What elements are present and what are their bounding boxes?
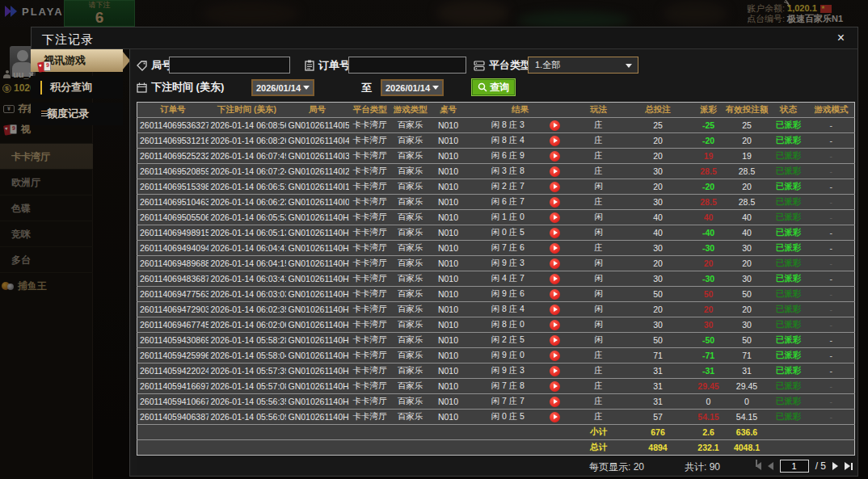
replay-play-icon[interactable] — [550, 351, 560, 361]
cell-time: 2026-01-14 05:58:28 — [209, 333, 286, 348]
cell-platform: 卡卡湾厅 — [349, 149, 391, 164]
replay-play-icon[interactable] — [550, 197, 560, 208]
result-text: 闲 0 庄 5 — [491, 227, 525, 238]
cell-result: 闲 7 庄 8 — [467, 379, 574, 394]
cell-platform: 卡卡湾厅 — [349, 379, 391, 394]
cell-round: GN010261140HM — [286, 333, 349, 348]
cell-result: 闲 0 庄 5 — [467, 410, 574, 425]
replay-play-icon[interactable] — [550, 228, 560, 238]
replay-play-icon[interactable] — [550, 151, 560, 162]
cell-platform: 卡卡湾厅 — [349, 287, 391, 302]
table-row: 2601140694940942026-01-14 06:04:41GN0102… — [137, 241, 855, 256]
cell-bet: 40 — [624, 210, 693, 225]
last-page-button[interactable] — [845, 462, 853, 470]
replay-play-icon[interactable] — [550, 258, 560, 269]
cell-result: 闲 8 庄 0 — [467, 317, 574, 333]
cell-platform: 卡卡湾厅 — [349, 333, 391, 348]
cell-mode: - — [808, 241, 855, 256]
cell-time: 2026-01-14 06:08:56 — [209, 118, 286, 133]
result-text: 闲 2 庄 7 — [491, 181, 525, 192]
cell-result: 闲 1 庄 0 — [467, 210, 574, 225]
cell-mode: - — [808, 225, 855, 241]
cell-status: 已派彩 — [769, 302, 808, 317]
cell-time: 2026-01-14 06:05:13 — [209, 225, 286, 241]
bet-records-modal: 下注记录 × 视讯游戏积分查询额度记录 局号 订单号 平台类型 1.全部 — [31, 27, 858, 477]
cell-order: 260114069498915 — [137, 225, 209, 241]
result-text: 闲 7 庄 8 — [491, 380, 525, 392]
close-icon[interactable]: × — [837, 32, 845, 44]
menu-item-1[interactable]: 积分查询 — [31, 76, 123, 99]
bet-time-label: 下注时间 (美东) — [151, 80, 224, 95]
replay-play-icon[interactable] — [550, 212, 560, 223]
replay-play-icon[interactable] — [550, 289, 560, 300]
cell-table: N010 — [430, 210, 467, 225]
cell-play: 庄 — [574, 379, 624, 394]
replay-play-icon[interactable] — [550, 274, 560, 284]
chevron-down-icon — [432, 86, 439, 90]
menu-item-0[interactable]: 视讯游戏 — [31, 49, 123, 72]
cell-game: 百家乐 — [391, 256, 430, 271]
replay-play-icon[interactable] — [550, 397, 560, 407]
cell-status: 已派彩 — [769, 118, 808, 133]
cell-play: 闲 — [574, 271, 624, 287]
cell-bet: 30 — [624, 317, 693, 333]
table-row: 2601140695055062026-01-14 06:05:53GN0102… — [137, 210, 855, 225]
subtotal-row-cell: 676 — [624, 425, 693, 440]
grand-total-row-cell: 4894 — [624, 440, 693, 456]
cell-play: 闲 — [574, 179, 624, 195]
cell-platform: 卡卡湾厅 — [349, 394, 391, 410]
cell-order: 260114059425996 — [137, 348, 209, 363]
replay-play-icon[interactable] — [550, 335, 560, 346]
prev-page-button[interactable] — [768, 462, 773, 470]
replay-play-icon[interactable] — [550, 120, 560, 131]
column-header: 状态 — [769, 103, 808, 118]
replay-play-icon[interactable] — [550, 243, 560, 254]
replay-play-icon[interactable] — [550, 381, 560, 392]
tag-icon — [137, 61, 147, 71]
replay-play-icon[interactable] — [550, 182, 560, 192]
subtotal-row-cell — [769, 425, 855, 440]
column-header: 玩法 — [574, 103, 624, 118]
replay-play-icon[interactable] — [550, 366, 560, 376]
cell-bet: 20 — [624, 133, 693, 149]
round-number-input[interactable] — [169, 57, 290, 74]
date-to-picker[interactable]: 2026/01/14 — [381, 79, 444, 96]
replay-play-icon[interactable] — [550, 136, 560, 146]
cell-round: GN010261140HL — [286, 348, 349, 363]
cell-game: 百家乐 — [391, 210, 430, 225]
platform-type-select[interactable]: 1.全部 — [528, 57, 638, 74]
calendar-icon — [137, 82, 147, 93]
cell-valid: 40 — [725, 210, 769, 225]
order-number-label-group: 订单号 — [305, 58, 350, 73]
replay-play-icon[interactable] — [550, 412, 560, 422]
replay-play-icon[interactable] — [550, 166, 560, 177]
modal-titlebar: 下注记录 × — [31, 27, 858, 49]
cell-platform: 卡卡湾厅 — [349, 241, 391, 256]
cell-play: 庄 — [574, 348, 624, 363]
cell-order: 260114059406387 — [137, 410, 209, 425]
cell-bet: 30 — [624, 241, 693, 256]
cell-result: 闲 2 庄 7 — [467, 179, 574, 195]
subtotal-row-cell — [137, 425, 574, 440]
next-page-button[interactable] — [832, 462, 838, 470]
cell-status: 已派彩 — [769, 287, 808, 302]
replay-play-icon[interactable] — [550, 305, 560, 315]
bet-time-label-group: 下注时间 (美东) — [137, 80, 224, 95]
page-number-input[interactable] — [780, 460, 809, 473]
result-text: 闲 8 庄 4 — [491, 304, 525, 315]
cell-game: 百家乐 — [391, 317, 430, 333]
cell-table: N010 — [430, 348, 467, 363]
menu-item-2[interactable]: 额度记录 — [31, 103, 123, 125]
cell-order: 260114069515398 — [137, 179, 209, 195]
replay-play-icon[interactable] — [550, 320, 560, 330]
search-button[interactable]: 查询 — [471, 78, 516, 96]
date-from-picker[interactable]: 2026/01/14 — [251, 79, 314, 96]
cell-round: GN010261140HW — [286, 256, 349, 271]
cell-order: 260114069510463 — [137, 195, 209, 210]
platform-layers-icon — [474, 61, 485, 71]
order-number-input[interactable] — [348, 57, 466, 74]
table-row: 2601140695153982026-01-14 06:06:51GN0102… — [137, 179, 855, 195]
column-header: 游戏类型 — [391, 103, 430, 118]
cell-round: GN010261140HH — [286, 410, 349, 425]
first-page-button[interactable] — [756, 462, 761, 470]
